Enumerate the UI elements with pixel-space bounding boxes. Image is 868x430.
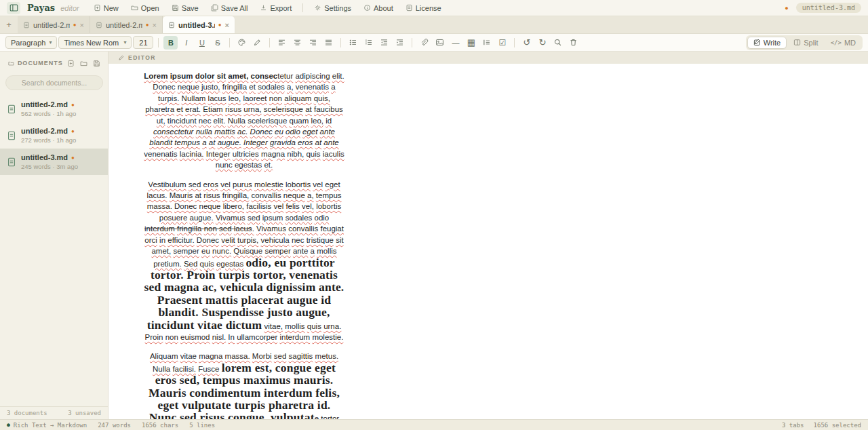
- font-family-select[interactable]: Times New Rom ▾: [58, 36, 132, 49]
- editor-paragraph[interactable]: Aliquam vitae magna massa. Morbi sed sag…: [144, 351, 344, 419]
- editor-panel-label: EDITOR: [128, 54, 156, 61]
- status-right-group: 3 tabs 1656 selected: [782, 422, 861, 429]
- editor-paragraph[interactable]: Vestibulum sed eros vel purus molestie l…: [144, 179, 344, 343]
- toolbar-separator: [269, 38, 270, 47]
- insert-image-button[interactable]: [433, 36, 447, 50]
- mode-dot-icon: ●: [7, 422, 10, 428]
- insert-link-button[interactable]: [417, 36, 431, 50]
- new-tab-button[interactable]: +: [0, 16, 18, 33]
- unsaved-indicator-dot: ●: [785, 5, 788, 12]
- tab-close-icon[interactable]: ×: [225, 21, 229, 29]
- sidebar-open-button[interactable]: [79, 58, 89, 69]
- align-left-button[interactable]: [275, 36, 289, 50]
- highlight-pen-button[interactable]: [250, 36, 264, 50]
- document-info: untitled-3.md● 245 words · 3m ago: [21, 153, 78, 170]
- active-document-badge: untitled-3.md: [796, 3, 861, 13]
- split-view-icon: [793, 39, 801, 46]
- redo-button[interactable]: ↻: [535, 36, 549, 50]
- align-justify-button[interactable]: [321, 36, 336, 50]
- menu-license-button[interactable]: License: [401, 2, 446, 14]
- sidebar-title: DOCUMENTS: [18, 60, 63, 66]
- menu-save-button[interactable]: Save: [167, 2, 203, 14]
- font-size-input[interactable]: 21: [133, 36, 153, 49]
- align-right-button[interactable]: [306, 36, 320, 50]
- undo-button[interactable]: ↺: [519, 36, 534, 50]
- editor-content[interactable]: Lorem ipsum dolor sit amet, consectetur …: [144, 71, 344, 419]
- horizontal-rule-button[interactable]: —: [448, 36, 462, 50]
- main-area: DOCUMENTS untitled-2.md● 562 words ·: [0, 52, 868, 419]
- delete-document-button[interactable]: [566, 36, 580, 50]
- toolbar-separator: [229, 38, 230, 47]
- mode-label: Rich Text → Markdown: [14, 422, 87, 429]
- document-icon: [7, 131, 16, 140]
- document-icon: [23, 22, 30, 28]
- app-tagline: editor: [60, 4, 79, 12]
- sidebar-header: DOCUMENTS: [0, 52, 108, 71]
- blockquote-icon: [482, 38, 491, 47]
- menu-new-button[interactable]: New: [89, 2, 123, 14]
- search-button[interactable]: [551, 36, 565, 50]
- sidebar-save-button[interactable]: [92, 58, 101, 69]
- search-documents-input[interactable]: [5, 75, 103, 90]
- bullet-list-icon: [349, 38, 357, 47]
- paperclip-icon: [420, 38, 429, 47]
- tab-close-icon[interactable]: ×: [80, 21, 84, 29]
- tab-close-icon[interactable]: ×: [153, 21, 157, 29]
- editor-scroll-area[interactable]: Lorem ipsum dolor sit amet, consectetur …: [108, 64, 868, 419]
- trash-icon: [569, 38, 578, 47]
- document-info: untitled-2.md● 272 words · 1h ago: [21, 127, 76, 144]
- bullet-list-button[interactable]: [346, 36, 360, 50]
- document-unsaved-dot: ●: [71, 102, 75, 108]
- block-format-select[interactable]: Paragraph ▾: [5, 36, 57, 49]
- document-list-item[interactable]: untitled-2.md● 272 words · 1h ago: [0, 122, 108, 149]
- toolbar-separator: [158, 38, 159, 47]
- menu-save-all-button[interactable]: Save All: [206, 2, 253, 14]
- tab-unsaved-dot: ●: [73, 22, 77, 28]
- view-md-button[interactable]: </> MD: [825, 37, 861, 48]
- menu-save-all-label: Save All: [221, 4, 248, 12]
- outdent-button[interactable]: [377, 36, 391, 50]
- text-color-button[interactable]: [235, 36, 249, 50]
- numbered-list-button[interactable]: [361, 36, 376, 50]
- text-run-bold: Lorem ipsum dolor sit amet, consec: [144, 72, 277, 80]
- status-bar: ● Rich Text → Markdown 247 words 1656 ch…: [0, 419, 868, 430]
- task-checkbox-button[interactable]: ☑: [495, 36, 509, 50]
- document-icon: [96, 22, 102, 28]
- italic-button[interactable]: I: [179, 36, 193, 50]
- indent-button[interactable]: [393, 36, 407, 50]
- document-list-item[interactable]: untitled-2.md● 562 words · 1h ago: [0, 96, 108, 122]
- write-pencil-icon: [753, 39, 761, 46]
- blockquote-button[interactable]: [479, 36, 494, 50]
- sidebar-toggle-button[interactable]: [7, 2, 20, 14]
- tab-untitled-3-active[interactable]: untitled-3.md ● ×: [163, 16, 235, 33]
- document-meta: 245 words · 3m ago: [21, 163, 78, 170]
- view-split-button[interactable]: Split: [788, 37, 823, 48]
- tab-untitled-2-second[interactable]: untitled-2.md ● ×: [90, 16, 163, 33]
- toolbar-separator: [514, 38, 515, 47]
- folder-icon: [8, 60, 14, 67]
- indent-icon: [395, 38, 404, 47]
- insert-table-button[interactable]: ▦: [464, 36, 478, 50]
- menu-settings-button[interactable]: Settings: [309, 2, 356, 14]
- toolbar-separator: [340, 38, 341, 47]
- view-mode-switcher: Write Split </> MD: [746, 35, 863, 50]
- editor-paragraph[interactable]: Lorem ipsum dolor sit amet, consectetur …: [144, 71, 344, 171]
- strikethrough-button[interactable]: S: [210, 36, 224, 50]
- document-icon: [7, 104, 16, 114]
- menu-export-button[interactable]: Export: [255, 2, 296, 14]
- tab-untitled-2-first[interactable]: untitled-2.md ● ×: [18, 16, 90, 33]
- bold-button[interactable]: B: [163, 36, 178, 50]
- pencil-icon: [118, 54, 125, 61]
- underline-button[interactable]: U: [195, 36, 209, 50]
- document-list-item-selected[interactable]: untitled-3.md● 245 words · 3m ago: [0, 149, 108, 175]
- sidebar-new-document-button[interactable]: [66, 58, 76, 69]
- text-run-normal: Vestibulum sed eros vel purus molestie l…: [146, 180, 341, 222]
- align-center-button[interactable]: [290, 36, 304, 50]
- formatting-toolbar: Paragraph ▾ Times New Rom ▾ 21 B I U S: [0, 34, 868, 52]
- align-right-icon: [309, 38, 317, 47]
- info-icon: [363, 4, 371, 12]
- char-count: 1656 chars: [142, 422, 178, 429]
- view-write-button[interactable]: Write: [747, 37, 787, 49]
- menu-about-button[interactable]: About: [359, 2, 398, 14]
- menu-open-button[interactable]: Open: [126, 2, 164, 14]
